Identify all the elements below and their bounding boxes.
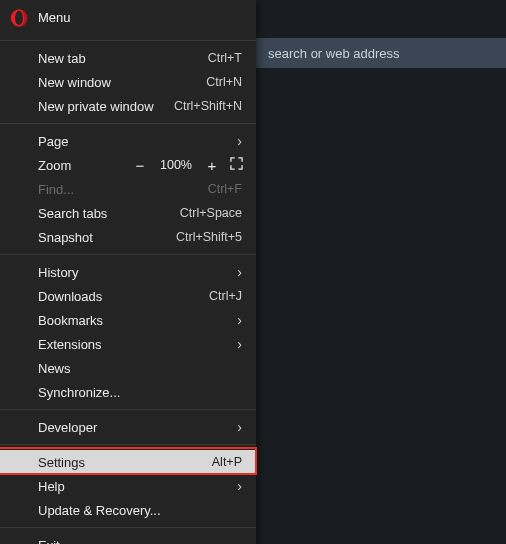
menu-item-shortcut: Ctrl+F <box>208 182 242 196</box>
menu-item-label: Bookmarks <box>38 313 237 328</box>
menu-item-new-tab[interactable]: New tab Ctrl+T <box>0 46 256 70</box>
menu-item-label: New tab <box>38 51 208 66</box>
address-bar-placeholder: search or web address <box>268 46 400 61</box>
menu-item-label: New window <box>38 75 206 90</box>
menu-item-label: News <box>38 361 242 376</box>
menu-item-label: New private window <box>38 99 174 114</box>
menu-item-page[interactable]: Page › <box>0 129 256 153</box>
menu-item-shortcut: Ctrl+Shift+5 <box>176 230 242 244</box>
menu-item-news[interactable]: News <box>0 356 256 380</box>
menu-item-downloads[interactable]: Downloads Ctrl+J <box>0 284 256 308</box>
zoom-out-button[interactable]: − <box>130 157 150 174</box>
menu-item-label: History <box>38 265 237 280</box>
chevron-right-icon: › <box>237 134 242 148</box>
menu-item-snapshot[interactable]: Snapshot Ctrl+Shift+5 <box>0 225 256 249</box>
menu-item-label: Zoom <box>38 158 124 173</box>
svg-point-1 <box>15 10 23 24</box>
zoom-percent: 100% <box>156 158 196 172</box>
menu-item-label: Synchronize... <box>38 385 242 400</box>
menu-item-exit[interactable]: Exit <box>0 533 256 544</box>
menu-item-shortcut: Ctrl+Shift+N <box>174 99 242 113</box>
menu-separator <box>0 123 256 124</box>
menu-item-label: Update & Recovery... <box>38 503 242 518</box>
menu-item-label: Help <box>38 479 237 494</box>
menu-item-shortcut: Ctrl+N <box>206 75 242 89</box>
chevron-right-icon: › <box>237 265 242 279</box>
chevron-right-icon: › <box>237 313 242 327</box>
menu-item-label: Snapshot <box>38 230 176 245</box>
menu-item-settings[interactable]: Settings Alt+P <box>0 450 256 474</box>
menu-item-extensions[interactable]: Extensions › <box>0 332 256 356</box>
menu-item-search-tabs[interactable]: Search tabs Ctrl+Space <box>0 201 256 225</box>
menu-item-label: Exit <box>38 538 242 545</box>
menu-item-shortcut: Ctrl+T <box>208 51 242 65</box>
zoom-in-button[interactable]: + <box>202 157 222 174</box>
chevron-right-icon: › <box>237 479 242 493</box>
menu-item-find: Find... Ctrl+F <box>0 177 256 201</box>
main-menu: Menu New tab Ctrl+T New window Ctrl+N Ne… <box>0 0 256 544</box>
menu-item-label: Extensions <box>38 337 237 352</box>
menu-item-shortcut: Ctrl+J <box>209 289 242 303</box>
menu-item-label: Find... <box>38 182 208 197</box>
chevron-right-icon: › <box>237 420 242 434</box>
menu-separator <box>0 527 256 528</box>
menu-item-label: Downloads <box>38 289 209 304</box>
menu-item-label: Search tabs <box>38 206 180 221</box>
fullscreen-icon[interactable] <box>228 157 244 173</box>
opera-logo-icon <box>10 9 28 27</box>
menu-item-zoom: Zoom − 100% + <box>0 153 256 177</box>
menu-item-update-recovery[interactable]: Update & Recovery... <box>0 498 256 522</box>
menu-item-help[interactable]: Help › <box>0 474 256 498</box>
menu-separator <box>0 409 256 410</box>
menu-item-shortcut: Alt+P <box>212 455 242 469</box>
menu-item-label: Page <box>38 134 237 149</box>
menu-separator <box>0 444 256 445</box>
menu-item-synchronize[interactable]: Synchronize... <box>0 380 256 404</box>
menu-item-history[interactable]: History › <box>0 260 256 284</box>
menu-item-developer[interactable]: Developer › <box>0 415 256 439</box>
menu-item-shortcut: Ctrl+Space <box>180 206 242 220</box>
menu-item-new-private-window[interactable]: New private window Ctrl+Shift+N <box>0 94 256 118</box>
menu-header: Menu <box>0 0 256 35</box>
menu-item-label: Settings <box>38 455 212 470</box>
menu-title: Menu <box>38 10 71 25</box>
menu-separator <box>0 254 256 255</box>
chevron-right-icon: › <box>237 337 242 351</box>
menu-item-new-window[interactable]: New window Ctrl+N <box>0 70 256 94</box>
menu-item-label: Developer <box>38 420 237 435</box>
menu-item-bookmarks[interactable]: Bookmarks › <box>0 308 256 332</box>
menu-separator <box>0 40 256 41</box>
